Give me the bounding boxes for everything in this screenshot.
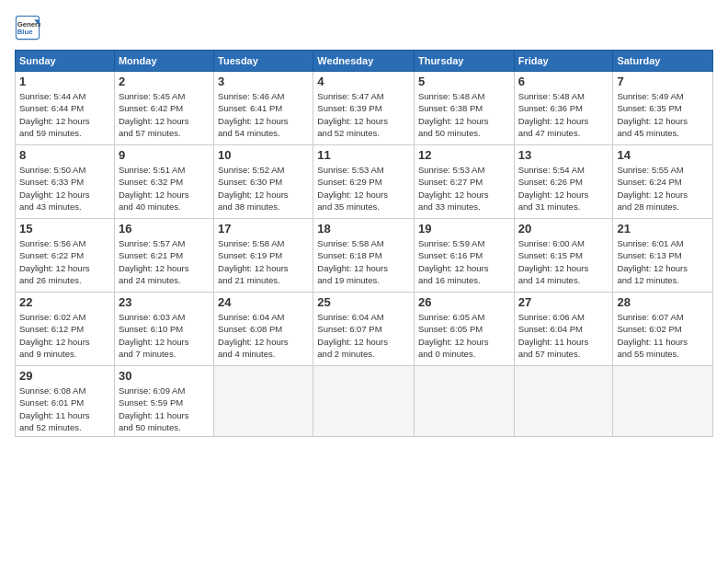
day-number: 23 — [119, 295, 210, 309]
day-cell: 16Sunrise: 5:57 AM Sunset: 6:21 PM Dayli… — [114, 219, 213, 293]
day-number: 29 — [19, 369, 110, 383]
col-thursday: Thursday — [414, 51, 514, 72]
day-info: Sunrise: 5:44 AM Sunset: 6:44 PM Dayligh… — [19, 90, 110, 139]
table-row: 29Sunrise: 6:08 AM Sunset: 6:01 PM Dayli… — [16, 366, 713, 437]
day-info: Sunrise: 5:53 AM Sunset: 6:27 PM Dayligh… — [418, 164, 510, 213]
day-number: 8 — [19, 148, 110, 162]
day-number: 4 — [317, 75, 410, 88]
day-info: Sunrise: 5:48 AM Sunset: 6:38 PM Dayligh… — [418, 90, 510, 139]
empty-cell — [613, 366, 713, 437]
day-cell: 1Sunrise: 5:44 AM Sunset: 6:44 PM Daylig… — [16, 72, 115, 145]
svg-text:Blue: Blue — [17, 28, 33, 36]
day-number: 12 — [418, 148, 510, 162]
day-cell: 17Sunrise: 5:58 AM Sunset: 6:19 PM Dayli… — [214, 219, 313, 293]
day-number: 20 — [518, 222, 609, 236]
day-cell: 30Sunrise: 6:09 AM Sunset: 5:59 PM Dayli… — [114, 366, 213, 437]
day-cell: 5Sunrise: 5:48 AM Sunset: 6:38 PM Daylig… — [414, 72, 514, 145]
day-cell: 14Sunrise: 5:55 AM Sunset: 6:24 PM Dayli… — [613, 145, 713, 219]
calendar-page: General Blue Sunday Monday Tuesday Wedne… — [0, 0, 728, 563]
day-number: 17 — [218, 222, 309, 236]
day-number: 21 — [617, 222, 709, 236]
day-info: Sunrise: 5:48 AM Sunset: 6:36 PM Dayligh… — [518, 90, 609, 139]
day-info: Sunrise: 5:55 AM Sunset: 6:24 PM Dayligh… — [617, 164, 709, 213]
header-row: Sunday Monday Tuesday Wednesday Thursday… — [16, 51, 713, 72]
day-info: Sunrise: 6:04 AM Sunset: 6:07 PM Dayligh… — [317, 311, 410, 360]
day-number: 24 — [218, 295, 309, 309]
day-number: 30 — [119, 369, 210, 383]
day-info: Sunrise: 5:46 AM Sunset: 6:41 PM Dayligh… — [218, 90, 309, 139]
day-info: Sunrise: 5:53 AM Sunset: 6:29 PM Dayligh… — [317, 164, 410, 213]
day-info: Sunrise: 5:52 AM Sunset: 6:30 PM Dayligh… — [218, 164, 309, 213]
day-cell: 6Sunrise: 5:48 AM Sunset: 6:36 PM Daylig… — [514, 72, 613, 145]
day-number: 16 — [119, 222, 210, 236]
day-cell: 23Sunrise: 6:03 AM Sunset: 6:10 PM Dayli… — [114, 293, 213, 366]
col-sunday: Sunday — [16, 51, 115, 72]
day-cell: 12Sunrise: 5:53 AM Sunset: 6:27 PM Dayli… — [414, 145, 514, 219]
day-number: 13 — [518, 148, 609, 162]
day-cell: 8Sunrise: 5:50 AM Sunset: 6:33 PM Daylig… — [16, 145, 115, 219]
day-cell: 21Sunrise: 6:01 AM Sunset: 6:13 PM Dayli… — [613, 219, 713, 293]
header: General Blue — [15, 15, 713, 40]
day-cell: 7Sunrise: 5:49 AM Sunset: 6:35 PM Daylig… — [613, 72, 713, 145]
day-info: Sunrise: 5:51 AM Sunset: 6:32 PM Dayligh… — [119, 164, 210, 213]
day-number: 10 — [218, 148, 309, 162]
day-info: Sunrise: 5:57 AM Sunset: 6:21 PM Dayligh… — [119, 237, 210, 286]
day-number: 2 — [119, 75, 210, 88]
empty-cell — [214, 366, 313, 437]
day-number: 18 — [317, 222, 410, 236]
table-row: 22Sunrise: 6:02 AM Sunset: 6:12 PM Dayli… — [16, 293, 713, 366]
day-number: 27 — [518, 295, 609, 309]
day-cell: 25Sunrise: 6:04 AM Sunset: 6:07 PM Dayli… — [313, 293, 415, 366]
table-row: 1Sunrise: 5:44 AM Sunset: 6:44 PM Daylig… — [16, 72, 713, 145]
day-number: 15 — [19, 222, 110, 236]
day-info: Sunrise: 6:08 AM Sunset: 6:01 PM Dayligh… — [19, 385, 110, 433]
logo: General Blue — [15, 15, 40, 40]
col-tuesday: Tuesday — [214, 51, 313, 72]
day-info: Sunrise: 5:59 AM Sunset: 6:16 PM Dayligh… — [418, 237, 510, 286]
day-info: Sunrise: 6:05 AM Sunset: 6:05 PM Dayligh… — [418, 311, 510, 360]
day-info: Sunrise: 5:58 AM Sunset: 6:19 PM Dayligh… — [218, 237, 309, 286]
day-cell: 2Sunrise: 5:45 AM Sunset: 6:42 PM Daylig… — [114, 72, 213, 145]
day-number: 3 — [218, 75, 309, 88]
table-row: 15Sunrise: 5:56 AM Sunset: 6:22 PM Dayli… — [16, 219, 713, 293]
day-info: Sunrise: 5:50 AM Sunset: 6:33 PM Dayligh… — [19, 164, 110, 213]
day-cell: 18Sunrise: 5:58 AM Sunset: 6:18 PM Dayli… — [313, 219, 415, 293]
col-saturday: Saturday — [613, 51, 713, 72]
day-info: Sunrise: 6:06 AM Sunset: 6:04 PM Dayligh… — [518, 311, 609, 360]
day-cell: 24Sunrise: 6:04 AM Sunset: 6:08 PM Dayli… — [214, 293, 313, 366]
day-number: 25 — [317, 295, 410, 309]
calendar-table: Sunday Monday Tuesday Wednesday Thursday… — [15, 50, 713, 437]
day-info: Sunrise: 5:54 AM Sunset: 6:26 PM Dayligh… — [518, 164, 609, 213]
day-cell: 28Sunrise: 6:07 AM Sunset: 6:02 PM Dayli… — [613, 293, 713, 366]
day-info: Sunrise: 6:03 AM Sunset: 6:10 PM Dayligh… — [119, 311, 210, 360]
day-cell: 4Sunrise: 5:47 AM Sunset: 6:39 PM Daylig… — [313, 72, 415, 145]
day-cell: 15Sunrise: 5:56 AM Sunset: 6:22 PM Dayli… — [16, 219, 115, 293]
day-cell: 10Sunrise: 5:52 AM Sunset: 6:30 PM Dayli… — [214, 145, 313, 219]
day-info: Sunrise: 6:09 AM Sunset: 5:59 PM Dayligh… — [119, 385, 210, 433]
day-cell: 20Sunrise: 6:00 AM Sunset: 6:15 PM Dayli… — [514, 219, 613, 293]
day-number: 22 — [19, 295, 110, 309]
col-monday: Monday — [114, 51, 213, 72]
day-cell: 26Sunrise: 6:05 AM Sunset: 6:05 PM Dayli… — [414, 293, 514, 366]
day-info: Sunrise: 6:02 AM Sunset: 6:12 PM Dayligh… — [19, 311, 110, 360]
empty-cell — [313, 366, 415, 437]
day-number: 5 — [418, 75, 510, 88]
day-info: Sunrise: 6:04 AM Sunset: 6:08 PM Dayligh… — [218, 311, 309, 360]
day-info: Sunrise: 6:00 AM Sunset: 6:15 PM Dayligh… — [518, 237, 609, 286]
day-number: 9 — [119, 148, 210, 162]
day-number: 11 — [317, 148, 410, 162]
day-number: 7 — [617, 75, 709, 88]
day-info: Sunrise: 5:47 AM Sunset: 6:39 PM Dayligh… — [317, 90, 410, 139]
day-cell: 27Sunrise: 6:06 AM Sunset: 6:04 PM Dayli… — [514, 293, 613, 366]
day-info: Sunrise: 6:01 AM Sunset: 6:13 PM Dayligh… — [617, 237, 709, 286]
day-number: 19 — [418, 222, 510, 236]
day-cell: 13Sunrise: 5:54 AM Sunset: 6:26 PM Dayli… — [514, 145, 613, 219]
day-info: Sunrise: 6:07 AM Sunset: 6:02 PM Dayligh… — [617, 311, 709, 360]
day-number: 26 — [418, 295, 510, 309]
day-info: Sunrise: 5:49 AM Sunset: 6:35 PM Dayligh… — [617, 90, 709, 139]
day-number: 6 — [518, 75, 609, 88]
day-number: 28 — [617, 295, 709, 309]
col-wednesday: Wednesday — [313, 51, 415, 72]
empty-cell — [414, 366, 514, 437]
day-info: Sunrise: 5:58 AM Sunset: 6:18 PM Dayligh… — [317, 237, 410, 286]
